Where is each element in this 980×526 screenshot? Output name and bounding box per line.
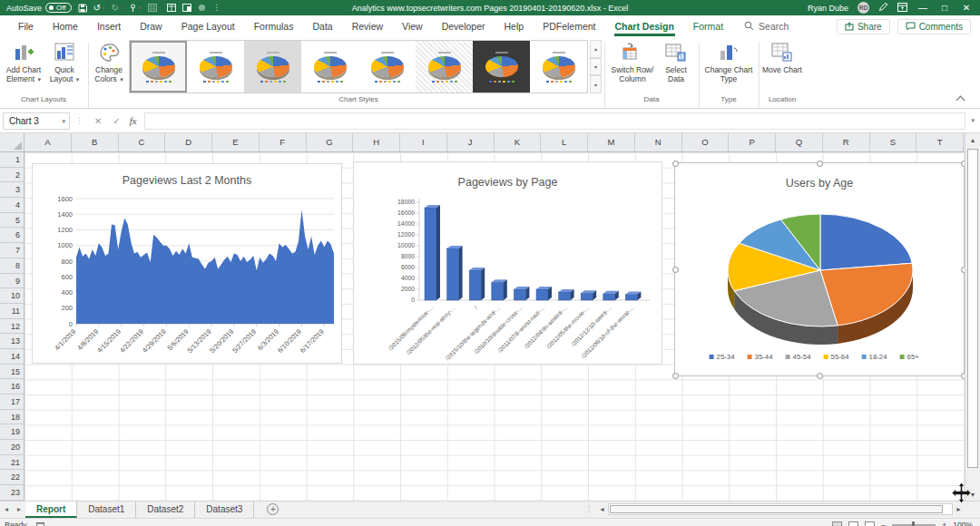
column-header-Q[interactable]: Q — [776, 133, 823, 151]
column-header-K[interactable]: K — [495, 133, 542, 151]
tab-help[interactable]: Help — [504, 17, 525, 36]
undo-icon[interactable]: ↺ — [93, 0, 105, 15]
gallery-more-button[interactable]: ▾ — [590, 75, 602, 93]
gallery-scroll-down[interactable]: ▾ — [590, 58, 602, 76]
pencil-icon[interactable] — [878, 2, 888, 14]
sheet-tab-report[interactable]: Report — [25, 502, 77, 518]
row-header-22[interactable]: 22 — [0, 470, 24, 485]
tab-chart-design[interactable]: Chart Design — [614, 17, 675, 36]
column-header-H[interactable]: H — [353, 133, 400, 151]
chart-pageviews-by-page[interactable]: Pageviews by Page02000400060008000100001… — [353, 161, 662, 365]
zoom-out-icon[interactable]: − — [881, 521, 886, 526]
tab-view[interactable]: View — [401, 17, 424, 36]
row-header-5[interactable]: 5 — [0, 213, 24, 229]
user-name[interactable]: Ryan Dube — [808, 4, 848, 13]
row-header-3[interactable]: 3 — [0, 182, 24, 198]
change-colors-button[interactable]: Change Colors — [91, 40, 127, 94]
vertical-scroll-thumb[interactable] — [967, 149, 978, 468]
normal-view-icon[interactable] — [832, 521, 842, 526]
column-header-G[interactable]: G — [307, 133, 354, 151]
row-header-20[interactable]: 20 — [0, 440, 24, 455]
column-header-E[interactable]: E — [212, 133, 260, 151]
page-layout-view-icon[interactable] — [848, 521, 858, 526]
macro-record-icon[interactable] — [36, 522, 44, 526]
row-header-17[interactable]: 17 — [0, 394, 24, 410]
minimize-button[interactable]: — — [916, 3, 929, 13]
chart-style-7[interactable] — [473, 41, 530, 93]
collapse-ribbon-icon[interactable] — [956, 96, 965, 105]
new-sheet-button[interactable]: + — [267, 503, 279, 515]
chart-users-by-age[interactable]: Users by Age25-3435-4445-5455-6418-2465+ — [674, 162, 965, 376]
add-chart-element-button[interactable]: Add Chart Element — [3, 40, 44, 94]
tab-draw[interactable]: Draw — [139, 17, 163, 36]
gallery-scroll-up[interactable]: ▴ — [590, 40, 602, 58]
row-header-10[interactable]: 10 — [0, 288, 24, 304]
selection-handle-1[interactable] — [817, 161, 823, 167]
row-header-21[interactable]: 21 — [0, 455, 24, 471]
column-header-O[interactable]: O — [682, 133, 730, 151]
grid-icon-2[interactable] — [182, 0, 191, 15]
chart-style-3[interactable] — [244, 41, 301, 93]
scroll-right-icon[interactable]: ▸ — [953, 505, 965, 513]
cancel-icon[interactable]: ✕ — [94, 116, 102, 126]
select-all-corner[interactable] — [0, 133, 24, 152]
quick-layout-button[interactable]: Quick Layout — [45, 40, 83, 94]
circle-icon[interactable] — [198, 0, 206, 15]
name-box[interactable]: Chart 3▾ — [3, 112, 70, 130]
share-button[interactable]: Share — [837, 19, 890, 34]
row-header-8[interactable]: 8 — [0, 258, 24, 274]
tab-developer[interactable]: Developer — [441, 17, 486, 36]
ribbon-display-options-icon[interactable] — [897, 3, 907, 14]
qat-overflow-icon[interactable]: ⋮ — [212, 0, 220, 15]
tab-page-layout[interactable]: Page Layout — [181, 17, 236, 36]
row-header-1[interactable]: 1 — [0, 152, 24, 168]
tab-home[interactable]: Home — [52, 17, 79, 36]
column-header-N[interactable]: N — [635, 133, 682, 151]
select-data-button[interactable]: Select Data — [659, 40, 693, 94]
horizontal-scrollbar[interactable]: ⋮ ◂ ▸ — [585, 502, 965, 516]
chart-pageviews-last-2-months[interactable]: Pageviews Last 2 Months02004006008001000… — [32, 163, 342, 364]
row-header-11[interactable]: 11 — [0, 304, 24, 319]
save-icon[interactable] — [78, 0, 87, 15]
selection-handle-0[interactable] — [672, 161, 679, 167]
table-style-icon[interactable] — [148, 0, 162, 15]
row-header-18[interactable]: 18 — [0, 410, 24, 425]
sheet-tab-dataset3[interactable]: Dataset3 — [195, 502, 254, 518]
tab-insert[interactable]: Insert — [96, 17, 122, 36]
move-chart-button[interactable]: Move Chart — [762, 40, 802, 94]
row-header-19[interactable]: 19 — [0, 424, 24, 440]
column-header-F[interactable]: F — [260, 133, 307, 151]
horizontal-scroll-thumb[interactable] — [610, 505, 943, 513]
row-header-23[interactable]: 23 — [0, 485, 24, 501]
search-box[interactable]: Search — [744, 21, 789, 33]
column-header-P[interactable]: P — [729, 133, 776, 151]
column-header-C[interactable]: C — [119, 133, 166, 151]
tab-file[interactable]: File — [17, 17, 34, 36]
column-header-J[interactable]: J — [447, 133, 495, 151]
sheet-tab-dataset2[interactable]: Dataset2 — [136, 502, 195, 518]
change-chart-type-button[interactable]: Change Chart Type — [702, 40, 755, 94]
comments-button[interactable]: Comments — [897, 19, 971, 34]
column-header-B[interactable]: B — [72, 133, 119, 151]
maximize-button[interactable]: □ — [938, 3, 951, 13]
scrollbar-splitter[interactable]: ⋮ — [585, 505, 593, 513]
tab-review[interactable]: Review — [351, 17, 384, 36]
column-header-A[interactable]: A — [24, 133, 72, 151]
chart-style-4[interactable] — [301, 41, 358, 93]
insert-function-icon[interactable]: fx — [130, 115, 137, 126]
row-header-7[interactable]: 7 — [0, 243, 24, 258]
selection-handle-5[interactable] — [672, 373, 679, 379]
grid-icon-1[interactable] — [167, 0, 176, 15]
column-header-R[interactable]: R — [823, 133, 870, 151]
row-header-13[interactable]: 13 — [0, 334, 24, 349]
avatar[interactable]: RD — [858, 2, 869, 14]
switch-row-column-button[interactable]: Switch Row/ Column — [608, 40, 657, 94]
page-break-view-icon[interactable] — [865, 521, 875, 526]
tab-pdfelement[interactable]: PDFelement — [542, 17, 596, 36]
row-header-16[interactable]: 16 — [0, 379, 24, 394]
formula-input[interactable] — [144, 112, 966, 130]
close-button[interactable]: ✕ — [960, 3, 973, 13]
column-header-I[interactable]: I — [400, 133, 447, 151]
row-header-2[interactable]: 2 — [0, 168, 24, 183]
column-header-D[interactable]: D — [165, 133, 212, 151]
